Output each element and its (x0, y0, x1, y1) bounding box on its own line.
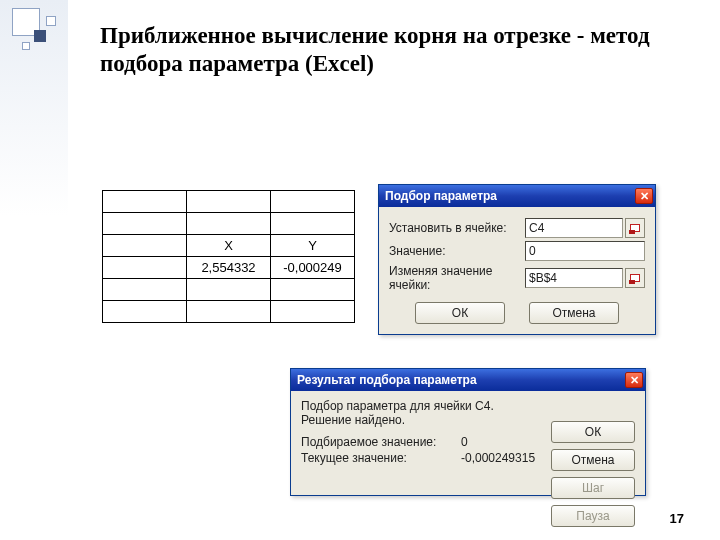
dialog-titlebar[interactable]: Результат подбора параметра ✕ (291, 369, 645, 391)
decor-square (46, 16, 56, 26)
range-picker-button[interactable] (625, 218, 645, 238)
decor-square (22, 42, 30, 50)
ok-button[interactable]: ОК (415, 302, 505, 324)
table-row: X Y (103, 235, 355, 257)
goalseek-dialog: Подбор параметра ✕ Установить в ячейке: … (378, 184, 656, 335)
table-row (103, 279, 355, 301)
range-picker-icon (630, 274, 640, 282)
cell-y: -0,000249 (271, 257, 355, 279)
step-button[interactable]: Шаг (551, 477, 635, 499)
slide-title: Приближенное вычисление корня на отрезке… (100, 22, 684, 77)
dialog-titlebar[interactable]: Подбор параметра ✕ (379, 185, 655, 207)
dialog-title-text: Подбор параметра (385, 189, 497, 203)
ok-button[interactable]: ОК (551, 421, 635, 443)
decor-square-blue (34, 30, 46, 42)
cancel-button[interactable]: Отмена (551, 449, 635, 471)
spreadsheet-fragment: X Y 2,554332 -0,000249 (102, 190, 355, 323)
current-value: -0,000249315 (461, 451, 535, 465)
close-button[interactable]: ✕ (635, 188, 653, 204)
to-value-label: Значение: (389, 244, 525, 258)
slide-left-accent (0, 0, 68, 540)
set-cell-label: Установить в ячейке: (389, 221, 525, 235)
table-row: 2,554332 -0,000249 (103, 257, 355, 279)
range-picker-button[interactable] (625, 268, 645, 288)
by-changing-label: Изменяя значение ячейки: (389, 264, 525, 292)
close-button[interactable]: ✕ (625, 372, 643, 388)
to-value-input[interactable]: 0 (525, 241, 645, 261)
table-row (103, 191, 355, 213)
current-value-label: Текущее значение: (301, 451, 461, 465)
set-cell-input[interactable]: C4 (525, 218, 623, 238)
page-number: 17 (670, 511, 684, 526)
goalseek-result-dialog: Результат подбора параметра ✕ Подбор пар… (290, 368, 646, 496)
cancel-button[interactable]: Отмена (529, 302, 619, 324)
table-row (103, 213, 355, 235)
col-header-x: X (187, 235, 271, 257)
pause-button[interactable]: Пауза (551, 505, 635, 527)
col-header-y: Y (271, 235, 355, 257)
close-icon: ✕ (640, 191, 649, 202)
cell-x: 2,554332 (187, 257, 271, 279)
table-row (103, 301, 355, 323)
result-line1: Подбор параметра для ячейки C4. (301, 399, 635, 413)
dialog-title-text: Результат подбора параметра (297, 373, 477, 387)
by-changing-input[interactable]: $B$4 (525, 268, 623, 288)
range-picker-icon (630, 224, 640, 232)
target-value-label: Подбираемое значение: (301, 435, 461, 449)
close-icon: ✕ (630, 375, 639, 386)
target-value: 0 (461, 435, 468, 449)
